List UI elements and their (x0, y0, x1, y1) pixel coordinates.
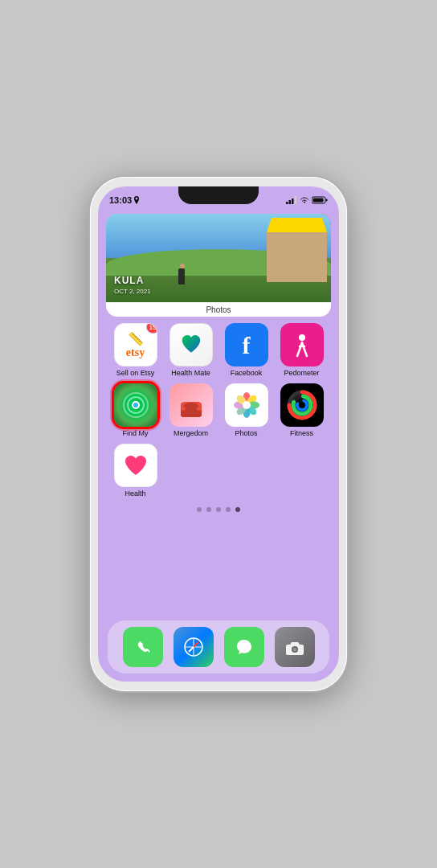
app-item-findmy[interactable]: Find My (109, 383, 161, 437)
phone-screen: 13:03 (98, 186, 339, 682)
camera-icon-svg (284, 636, 306, 658)
app-grid: 15 📏 etsy Sell on Etsy (106, 320, 331, 501)
mergedom-icon (169, 383, 213, 427)
svg-marker-32 (189, 647, 194, 652)
svg-point-12 (184, 403, 198, 409)
health-heart-svg (121, 451, 150, 480)
status-icons (286, 196, 328, 204)
app-item-healthmate[interactable]: Health Mate (165, 323, 217, 377)
mergedom-label: Mergedom (174, 429, 208, 437)
time-display: 13:03 (109, 195, 132, 205)
findmy-rings (121, 391, 150, 420)
photos-flower-svg (231, 390, 262, 420)
svg-rect-1 (289, 200, 292, 204)
fitness-label: Fitness (290, 429, 313, 437)
status-time: 13:03 (109, 195, 140, 205)
svg-marker-31 (194, 642, 198, 647)
pedometer-label: Pedometer (284, 369, 319, 377)
photos-widget-image: KULA OCT 2, 2021 (106, 214, 331, 302)
photo-location-text: KULA OCT 2, 2021 (114, 275, 151, 296)
health-label: Health (125, 489, 145, 497)
findmy-icon (114, 383, 157, 427)
dock-safari[interactable] (174, 627, 214, 667)
healthmate-icon (169, 323, 213, 366)
svg-rect-0 (286, 202, 288, 204)
dock-camera[interactable] (275, 627, 315, 667)
phone-frame: 13:03 (90, 177, 347, 691)
svg-point-34 (292, 648, 296, 652)
notch (178, 186, 259, 204)
dot-3 (216, 507, 221, 512)
dot-1 (197, 507, 202, 512)
etsy-label: Sell on Etsy (116, 369, 155, 377)
dot-4 (226, 507, 231, 512)
svg-rect-5 (326, 199, 328, 202)
dot-2 (206, 507, 211, 512)
svg-point-7 (299, 334, 305, 341)
fitness-rings-svg (285, 388, 319, 422)
app-item-etsy[interactable]: 15 📏 etsy Sell on Etsy (109, 323, 161, 377)
app-item-facebook[interactable]: f Facebook (220, 323, 272, 377)
etsy-icon: 15 📏 etsy (114, 323, 157, 366)
dot-5-active (235, 507, 240, 512)
health-icon (114, 444, 157, 487)
photos-widget[interactable]: KULA OCT 2, 2021 Photos (106, 214, 331, 317)
findmy-label: Find My (122, 429, 148, 437)
location-icon (133, 196, 140, 204)
dock-phone[interactable] (123, 627, 163, 667)
app-item-health[interactable]: Health (109, 444, 161, 497)
photos-icon (225, 383, 268, 427)
battery-icon (312, 196, 328, 204)
safari-icon-svg (182, 636, 205, 658)
dock (108, 620, 329, 674)
pedometer-icon (280, 323, 324, 366)
signal-icon (286, 196, 297, 204)
photos-label: Photos (235, 429, 257, 437)
page-dots (106, 501, 331, 518)
wifi-icon (300, 197, 309, 204)
fitness-icon (280, 383, 324, 427)
app-item-pedometer[interactable]: Pedometer (276, 323, 328, 377)
svg-point-21 (243, 401, 251, 409)
phone-icon-svg (132, 636, 154, 658)
facebook-f-letter: f (243, 334, 251, 358)
app-item-fitness[interactable]: Fitness (276, 383, 328, 437)
mergedom-svg (176, 390, 206, 420)
pedometer-figure-svg (289, 332, 315, 358)
app-item-photos[interactable]: Photos (220, 383, 272, 437)
facebook-label: Facebook (231, 369, 263, 377)
healthmate-label: Health Mate (171, 369, 210, 377)
svg-rect-6 (313, 199, 324, 203)
photos-widget-label: Photos (106, 302, 331, 317)
app-item-mergedom[interactable]: Mergedom (165, 383, 217, 437)
dock-messages[interactable] (224, 627, 264, 667)
healthmate-heart-svg (178, 332, 204, 358)
messages-icon-svg (233, 636, 255, 658)
facebook-icon: f (225, 323, 268, 366)
svg-rect-2 (292, 199, 294, 204)
svg-rect-3 (295, 196, 297, 204)
home-content: KULA OCT 2, 2021 Photos 15 📏 etsy (98, 209, 339, 682)
